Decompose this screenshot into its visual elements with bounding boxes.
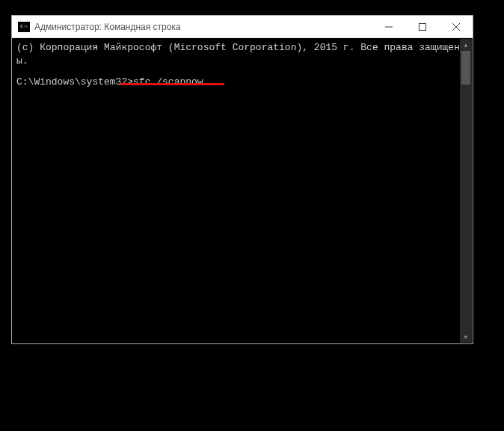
command-prompt-window: Администратор: Командная строка (с) Корп… — [11, 15, 473, 344]
close-button[interactable] — [439, 16, 473, 37]
close-icon — [452, 23, 460, 31]
console-area[interactable]: (с) Корпорация Майкрософт (Microsoft Cor… — [12, 38, 473, 343]
scroll-down-arrow[interactable]: ▼ — [460, 331, 472, 343]
desktop-background: Администратор: Командная строка (с) Корп… — [0, 0, 504, 431]
prompt-text: C:\Windows\system32> — [16, 76, 133, 88]
prompt-line: C:\Windows\system32>sfc /scannow — [16, 76, 468, 89]
cmd-icon — [18, 22, 30, 32]
window-title: Администратор: Командная строка — [34, 22, 181, 32]
minimize-button[interactable] — [372, 16, 405, 37]
titlebar[interactable]: Администратор: Командная строка — [12, 16, 473, 38]
maximize-button[interactable] — [405, 16, 439, 37]
vertical-scrollbar[interactable]: ▲ ▼ — [460, 39, 472, 343]
copyright-line: (с) Корпорация Майкрософт (Microsoft Cor… — [16, 41, 468, 68]
annotation-underline — [120, 83, 224, 85]
scrollbar-thumb[interactable] — [461, 51, 470, 85]
svg-rect-1 — [419, 23, 425, 30]
command-text: sfc /scannow — [133, 76, 203, 88]
minimize-icon — [385, 23, 393, 31]
scroll-up-arrow[interactable]: ▲ — [460, 39, 472, 51]
window-controls — [372, 16, 473, 37]
maximize-icon — [419, 23, 426, 31]
